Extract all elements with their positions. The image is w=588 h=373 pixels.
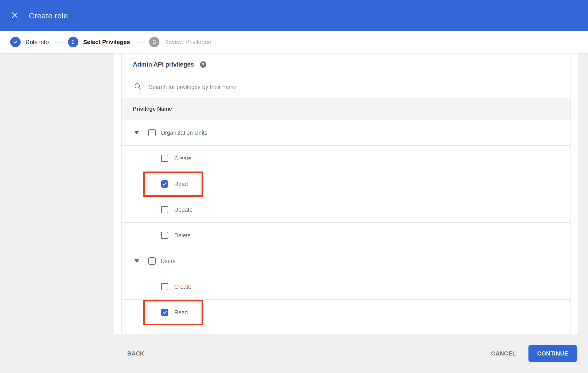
privilege-label: Update xyxy=(174,207,193,213)
step-separator xyxy=(136,42,143,42)
search-placeholder: Search for privileges by their name xyxy=(149,84,237,90)
step-role-info[interactable]: Role info xyxy=(10,37,49,47)
step-review-privileges[interactable]: 3Review Privileges xyxy=(149,37,211,47)
privilege-label: Delete xyxy=(174,232,191,239)
search-input[interactable]: Search for privileges by their name xyxy=(122,76,570,98)
table-header-row: Privilege Name xyxy=(122,98,570,120)
step-check-icon xyxy=(10,37,21,47)
footer-actions: CANCEL CONTINUE xyxy=(491,345,577,362)
continue-button[interactable]: CONTINUE xyxy=(528,345,577,362)
title-bar: Create role xyxy=(0,0,588,31)
stepper: Role info2Select Privileges3Review Privi… xyxy=(0,31,588,53)
privilege-checkbox[interactable] xyxy=(161,232,168,239)
privilege-checkbox[interactable] xyxy=(161,309,168,316)
step-label: Role info xyxy=(25,39,49,46)
collapse-arrow-icon[interactable] xyxy=(134,259,139,263)
step-number-badge: 3 xyxy=(149,37,159,47)
highlight-box xyxy=(143,300,203,325)
step-number-badge: 2 xyxy=(68,37,78,47)
help-icon[interactable] xyxy=(200,61,206,68)
content-panel: Admin API privileges Search for privileg… xyxy=(114,53,578,334)
privilege-label: Organization Units xyxy=(161,129,207,136)
create-role-dialog: Create role Role info2Select Privileges3… xyxy=(0,0,588,373)
close-button[interactable] xyxy=(11,11,19,20)
step-select-privileges[interactable]: 2Select Privileges xyxy=(68,37,130,47)
privilege-checkbox[interactable] xyxy=(161,283,168,290)
privilege-label: Users xyxy=(161,258,175,264)
privilege-label: Create xyxy=(174,283,191,290)
cancel-button[interactable]: CANCEL xyxy=(491,350,516,357)
privilege-row: Read xyxy=(122,171,570,197)
step-separator xyxy=(55,42,62,42)
search-icon xyxy=(134,83,142,92)
footer-bar: BACK CANCEL CONTINUE xyxy=(0,334,588,373)
privilege-checkbox[interactable] xyxy=(148,257,156,265)
privilege-label: Read xyxy=(174,181,188,187)
privilege-group-row: Users xyxy=(122,248,570,274)
privilege-row: Read xyxy=(122,300,570,325)
privilege-checkbox[interactable] xyxy=(148,129,156,136)
privilege-checkbox[interactable] xyxy=(161,180,168,188)
back-button[interactable]: BACK xyxy=(127,350,144,357)
privilege-row: Delete xyxy=(122,223,570,248)
privilege-group-row: Organization Units xyxy=(122,120,570,145)
close-icon xyxy=(11,11,19,20)
privileges-table: Admin API privileges Search for privileg… xyxy=(121,53,571,334)
privilege-checkbox[interactable] xyxy=(161,155,168,162)
section-heading-row: Admin API privileges xyxy=(122,53,570,76)
page-title: Create role xyxy=(29,11,68,20)
privilege-rows: Organization UnitsCreateReadUpdateDelete… xyxy=(122,120,570,325)
step-label: Select Privileges xyxy=(83,39,130,46)
section-heading: Admin API privileges xyxy=(133,61,194,68)
privilege-label: Create xyxy=(174,155,191,162)
column-header-privilege-name: Privilege Name xyxy=(133,106,172,112)
highlight-box xyxy=(143,172,203,197)
privilege-label: Read xyxy=(174,309,188,316)
step-label: Review Privileges xyxy=(164,39,211,46)
privilege-row: Create xyxy=(122,145,570,171)
privilege-row: Create xyxy=(122,274,570,300)
collapse-arrow-icon[interactable] xyxy=(134,131,139,134)
privilege-row: Update xyxy=(122,197,570,223)
privilege-checkbox[interactable] xyxy=(161,206,168,213)
